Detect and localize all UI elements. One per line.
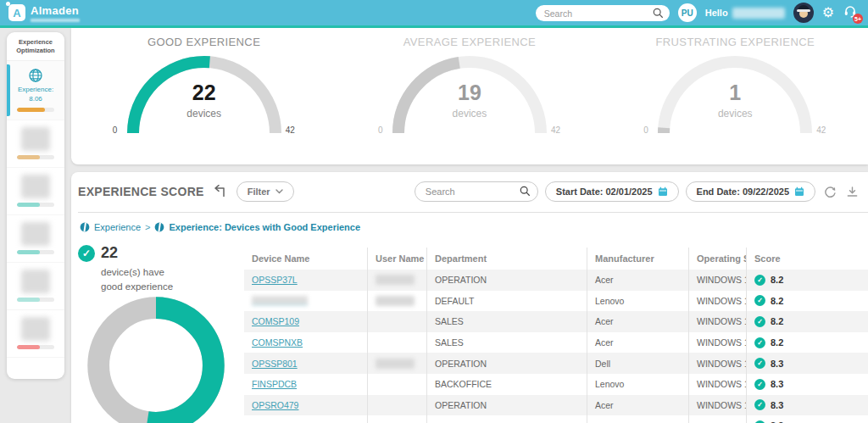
download-button[interactable] <box>844 184 860 199</box>
table-row[interactable]: OPSRO479 OPERATION Acer WINDOWS 11 ... ✓… <box>244 395 868 416</box>
experience-gauges-panel: GOOD EXPERIENCE 22 devices 0 42 AVERAGE … <box>71 28 868 164</box>
blurred-icon <box>21 175 50 198</box>
sidebar: Experience Optimization Experience: 8.06 <box>7 32 64 379</box>
crumb-logo-icon <box>154 222 164 232</box>
manufacturer-cell: Lenovo <box>587 374 688 395</box>
sidebar-item-blurred[interactable] <box>7 120 64 168</box>
user-name-cell <box>367 332 426 353</box>
toolbar-divider <box>78 212 868 213</box>
score-value: 8.2 <box>771 337 783 348</box>
gauge-title: FRUSTRATING EXPERIENCE <box>603 36 868 48</box>
progress-bar <box>17 203 54 207</box>
gauge-max-label: 42 <box>816 125 826 135</box>
user-name-blurred <box>376 359 415 369</box>
col-score[interactable]: Score <box>746 248 868 270</box>
sidebar-item-label: Experience: <box>18 86 53 93</box>
user-name-cell <box>367 270 426 291</box>
table-row[interactable]: OPSSP801 OPERATION Dell WINDOWS 11 ... ✓… <box>244 353 868 374</box>
breadcrumb-separator: > <box>145 222 150 232</box>
device-name-link[interactable]: COMSP109 <box>252 316 299 326</box>
sidebar-item-experience[interactable]: Experience: 8.06 <box>7 61 64 120</box>
gauge-max-label: 42 <box>551 125 560 135</box>
brand-name: Almaden <box>31 4 80 17</box>
operating-system-cell: WINDOWS 11 ... <box>688 270 746 291</box>
device-name-cell: OPSSP801 <box>244 353 367 374</box>
operating-system-cell: WINDOWS 11 ... <box>688 374 746 395</box>
col-user-name[interactable]: User Name <box>367 248 426 270</box>
back-arrow-icon[interactable] <box>211 185 226 198</box>
department-cell: OPERATION <box>426 353 587 374</box>
profile-avatar[interactable] <box>793 3 814 23</box>
end-date-label: End Date: 09/22/2025 <box>697 186 789 197</box>
start-date-picker[interactable]: Start Date: 02/01/2025 <box>545 181 679 202</box>
end-date-picker[interactable]: End Date: 09/22/2025 <box>686 181 815 202</box>
score-cell: ✓ 8.2 <box>746 291 868 312</box>
brand-logo[interactable]: A Almaden <box>8 4 80 22</box>
check-circle-icon: ✓ <box>754 295 765 306</box>
operating-system-cell: WINDOWS 11 ... <box>688 353 746 374</box>
support-notifications[interactable]: 5+ <box>843 3 860 22</box>
blurred-icon <box>21 270 50 293</box>
blurred-icon <box>21 222 50 246</box>
calendar-icon <box>658 186 668 197</box>
col-department[interactable]: Department <box>426 248 587 270</box>
device-name-link[interactable]: OPSSP801 <box>252 359 298 369</box>
panel-title: EXPERIENCE SCORE <box>78 185 204 198</box>
sidebar-item-blurred[interactable] <box>7 310 64 358</box>
avatar-headband <box>797 9 810 12</box>
sidebar-item-blurred[interactable] <box>7 168 64 215</box>
global-search[interactable] <box>536 5 670 21</box>
score-cell: ✓ 8.2 <box>746 332 868 353</box>
score-cell: ✓ 8.3 <box>746 415 868 423</box>
initials-avatar[interactable]: PU <box>678 3 697 22</box>
gauge-good-experience[interactable]: GOOD EXPERIENCE 22 devices 0 42 <box>71 28 337 164</box>
table-row[interactable]: OPSSP37L OPERATION Acer WINDOWS 11 ... ✓… <box>244 270 868 291</box>
good-experience-donut-chart[interactable] <box>83 292 229 423</box>
score-cell: ✓ 8.2 <box>746 270 868 291</box>
globe-icon <box>28 68 43 83</box>
progress-bar <box>17 345 54 349</box>
device-name-link[interactable]: OPSSP37L <box>252 275 298 285</box>
global-search-input[interactable] <box>536 5 670 21</box>
sidebar-item-blurred[interactable] <box>7 263 64 310</box>
blurred-icon <box>21 127 50 151</box>
table-row[interactable]: ✓ 8.3 <box>244 415 868 423</box>
department-cell: SALES <box>426 332 587 353</box>
summary-count: 22 <box>101 244 118 262</box>
device-name-cell: OPSRO479 <box>244 395 367 416</box>
gauge-frustrating-experience[interactable]: FRUSTRATING EXPERIENCE 1 devices 0 42 <box>603 28 868 164</box>
refresh-button[interactable] <box>822 184 837 199</box>
score-value: 8.3 <box>771 379 783 389</box>
table-row[interactable]: DEFAULT Lenovo WINDOWS 11 ... ✓ 8.2 <box>244 291 868 312</box>
check-circle-icon: ✓ <box>754 316 765 327</box>
score-value: 8.2 <box>771 275 783 285</box>
crumb-logo-icon <box>80 222 90 232</box>
user-name-cell <box>367 415 426 423</box>
gauge-average-experience[interactable]: AVERAGE EXPERIENCE 19 devices 0 42 <box>337 28 602 164</box>
table-row[interactable]: FINSPDCB BACKOFFICE Lenovo WINDOWS 11 ..… <box>244 374 868 395</box>
table-row[interactable]: COMSP109 SALES Acer WINDOWS 11 ... ✓ 8.2 <box>244 311 868 332</box>
device-name-link[interactable]: OPSRO479 <box>252 400 298 410</box>
manufacturer-cell: Acer <box>587 332 688 353</box>
device-name-link[interactable]: FINSPDCB <box>252 379 297 389</box>
score-cell: ✓ 8.2 <box>746 311 868 332</box>
settings-gear-icon[interactable]: ⚙ <box>822 6 834 19</box>
department-cell: SALES <box>426 311 587 332</box>
col-device-name[interactable]: Device Name <box>244 248 367 270</box>
breadcrumb-root[interactable]: Experience <box>94 222 141 232</box>
blurred-icon <box>21 317 50 341</box>
device-name-link[interactable]: COMSPNXB <box>252 337 303 348</box>
device-name-cell: COMSP109 <box>244 311 367 332</box>
operating-system-cell: WINDOWS 11 ... <box>688 395 746 416</box>
notification-badge: 5+ <box>853 14 863 24</box>
filter-button[interactable]: Filter <box>236 181 294 202</box>
user-name-blurred <box>376 275 415 285</box>
col-operating-system[interactable]: Operating S... <box>688 248 746 270</box>
col-manufacturer[interactable]: Manufacturer <box>587 248 688 270</box>
table-search[interactable] <box>415 181 538 202</box>
sidebar-item-blurred[interactable] <box>7 215 64 263</box>
table-row[interactable]: COMSPNXB SALES Acer WINDOWS 11 ... ✓ 8.2 <box>244 332 868 353</box>
gauge-min-label: 0 <box>113 125 118 135</box>
department-cell <box>426 415 587 423</box>
sidebar-title: Experience Optimization <box>7 32 64 61</box>
